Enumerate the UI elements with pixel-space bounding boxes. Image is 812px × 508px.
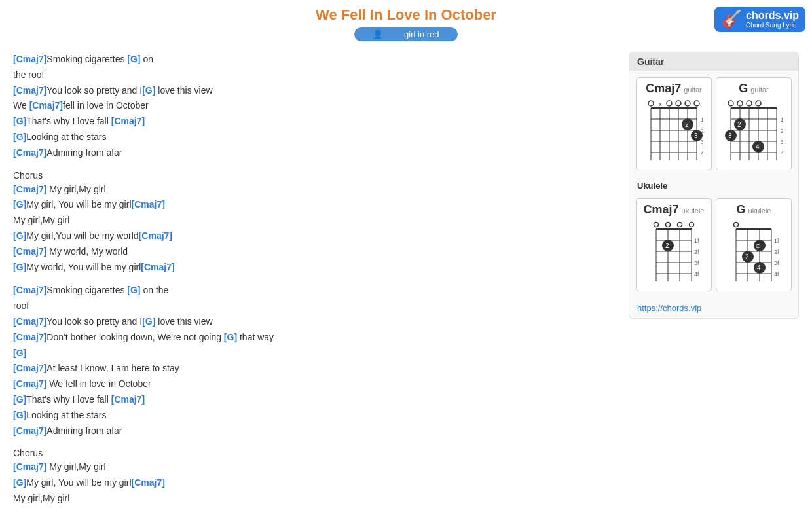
chord-tag[interactable]: [Cmaj7]	[13, 363, 46, 373]
cmaj7-ukulele-diagram: Cmaj7 ukulele	[636, 198, 712, 291]
chord-tag[interactable]: [G]	[13, 394, 26, 405]
svg-text:3fr: 3fr	[694, 260, 699, 266]
g-guitar-label: guitar	[750, 86, 769, 94]
lyric-text: Smoking cigarettes	[46, 285, 127, 295]
logo-area: 🎸 chords.vip Chord Song Lyric	[714, 7, 805, 32]
lyric-line: [G]My girl, You will be my girl[Cmaj7]	[13, 197, 616, 213]
lyric-line: [Cmaj7]You look so pretty and I[G] love …	[13, 83, 616, 99]
chord-tag[interactable]: [Cmaj7]	[132, 477, 165, 488]
chord-tag[interactable]: [G]	[224, 332, 237, 342]
lyric-text: roof	[13, 300, 29, 311]
cmaj7-guitar-diagram: Cmaj7 guitar	[636, 77, 712, 170]
cmaj7-ukulele-fretboard: 1fr 2fr 3fr 4fr 2	[650, 219, 699, 285]
svg-point-40	[728, 101, 733, 106]
chord-tag[interactable]: [G]	[127, 54, 140, 64]
main-layout: [Cmaj7]Smoking cigarettes [G] on the roo…	[13, 52, 799, 508]
chord-tag[interactable]: [Cmaj7]	[13, 147, 46, 158]
g-ukulele-diagram: G ukulele 1fr 2fr	[716, 198, 792, 291]
lyric-text: My girl, You will be my girl	[26, 477, 131, 488]
lyric-line: [Cmaj7]You look so pretty and I[G] love …	[13, 314, 616, 330]
cmaj7-guitar-name: Cmaj7	[646, 82, 681, 96]
g-ukulele-fretboard: 1fr 2fr 3fr 4fr C 2 4	[729, 219, 779, 285]
ukulele-diagrams-row: Cmaj7 ukulele	[629, 192, 798, 298]
svg-point-42	[747, 101, 752, 106]
chord-tag[interactable]: [G]	[13, 230, 26, 241]
logo-sub: Chord Song Lyric	[746, 22, 799, 29]
svg-text:1fr: 1fr	[694, 238, 699, 244]
svg-text:2: 2	[745, 253, 749, 261]
chord-tag[interactable]: [Cmaj7]	[13, 462, 46, 472]
chord-tag[interactable]: [Cmaj7]	[111, 394, 145, 405]
logo-url: chords.vip	[746, 10, 799, 22]
lyric-text: We fell in love in October	[46, 378, 151, 389]
svg-text:2fr: 2fr	[774, 249, 779, 255]
chord-tag[interactable]: [Cmaj7]	[13, 246, 46, 257]
artist-name: girl in red	[395, 27, 448, 41]
cmaj7-ukulele-label: ukulele	[682, 207, 705, 215]
chord-tag[interactable]: [Cmaj7]	[13, 332, 46, 342]
chord-tag[interactable]: [Cmaj7]	[13, 426, 46, 436]
lyric-text: on the	[141, 285, 169, 295]
chorus-label: Chorus	[13, 170, 616, 181]
lyric-text: on	[141, 54, 153, 64]
svg-point-82	[733, 223, 738, 227]
chord-tag[interactable]: [G]	[13, 132, 26, 142]
chord-tag[interactable]: [Cmaj7]	[13, 184, 46, 194]
chorus-label-2: Chorus	[13, 448, 616, 458]
lyric-text: You look so pretty and I	[46, 316, 142, 327]
lyric-line: [Cmaj7] My world, My world	[13, 244, 616, 260]
svg-text:4fr: 4fr	[781, 150, 783, 156]
chord-tag[interactable]: [Cmaj7]	[13, 85, 46, 96]
verse-1: [Cmaj7]Smoking cigarettes [G] on the roo…	[13, 52, 616, 161]
artist-badge[interactable]: 👤 girl in red	[354, 27, 457, 41]
chord-tag[interactable]: [G]	[142, 316, 155, 327]
lyric-line: [G]That's why I love fall [Cmaj7]	[13, 114, 616, 130]
lyric-text: My girl,My girl	[13, 215, 69, 225]
lyric-text: Looking at the stars	[26, 410, 106, 420]
chord-tag[interactable]: [G]	[13, 262, 26, 272]
lyric-line: [G]Looking at the stars	[13, 130, 616, 145]
lyric-text: Admiring from afar	[46, 147, 122, 158]
chorus-1: Chorus [Cmaj7] My girl,My girl [G]My gir…	[13, 170, 616, 276]
lyric-text: love this view	[155, 316, 212, 327]
chord-tag[interactable]: [Cmaj7]	[139, 230, 172, 241]
svg-point-63	[654, 223, 658, 227]
chord-tag[interactable]: [Cmaj7]	[13, 285, 46, 295]
lyric-line: [Cmaj7] We fell in love in October	[13, 376, 616, 392]
panel-url[interactable]: https://chords.vip	[629, 298, 798, 318]
svg-text:3fr: 3fr	[701, 139, 703, 145]
chord-tag[interactable]: [Cmaj7]	[13, 378, 46, 389]
chord-tag[interactable]: [G]	[13, 116, 26, 126]
svg-point-19	[685, 101, 690, 106]
chord-tag[interactable]: [G]	[13, 410, 26, 420]
lyric-text: Admiring from afar	[46, 426, 122, 436]
chord-tag[interactable]: [G]	[13, 199, 26, 209]
chord-tag[interactable]: [Cmaj7]	[132, 199, 165, 209]
lyric-text: fell in love in October	[63, 100, 149, 111]
chord-tag[interactable]: [Cmaj7]	[141, 262, 174, 272]
svg-text:2fr: 2fr	[694, 249, 699, 255]
verse-2: [Cmaj7]Smoking cigarettes [G] on the roo…	[13, 283, 616, 439]
cmaj7-ukulele-name: Cmaj7	[644, 203, 679, 217]
song-title: We Fell In Love In October	[13, 7, 799, 24]
chord-tag[interactable]: [G]	[13, 348, 26, 358]
svg-text:4fr: 4fr	[701, 150, 703, 156]
chord-tag[interactable]: [Cmaj7]	[29, 100, 63, 111]
svg-text:C: C	[756, 243, 760, 249]
chord-tag[interactable]: [Cmaj7]	[13, 316, 46, 327]
chord-tag[interactable]: [Cmaj7]	[13, 54, 46, 64]
lyric-line: [Cmaj7]Smoking cigarettes [G] on	[13, 52, 616, 67]
g-ukulele-label: ukulele	[748, 207, 771, 215]
chord-tag[interactable]: [G]	[127, 285, 140, 295]
svg-text:1fr: 1fr	[774, 238, 779, 244]
lyric-text: That's why I love fall	[26, 394, 111, 405]
lyric-text: Smoking cigarettes	[46, 54, 127, 64]
lyric-text: My girl,My girl	[13, 493, 69, 503]
chord-tag[interactable]: [G]	[142, 85, 155, 96]
chord-tag[interactable]: [G]	[13, 477, 26, 488]
svg-text:4: 4	[756, 143, 760, 151]
guitar-section-header: Guitar	[629, 52, 798, 71]
svg-text:4fr: 4fr	[774, 271, 779, 278]
chord-tag[interactable]: [Cmaj7]	[111, 116, 145, 126]
lyric-text: Don't bother looking down, We're not goi…	[46, 332, 223, 342]
